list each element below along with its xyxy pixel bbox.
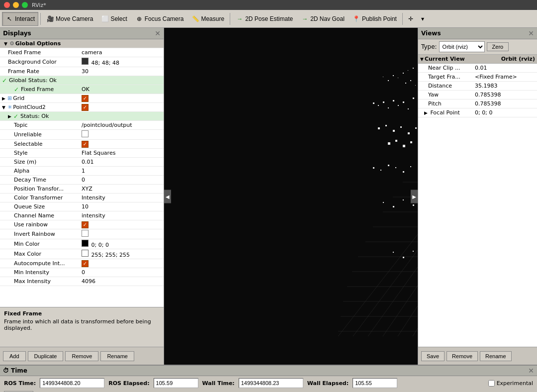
current-view-header[interactable]: ▼ Current View Orbit (rviz): [418, 55, 537, 64]
views-rename-button[interactable]: Rename: [480, 351, 512, 361]
views-header: Views ✕: [418, 28, 537, 39]
size-row[interactable]: Size (m) 0.01: [0, 158, 164, 167]
color-transformer-label: Color Transformer: [0, 194, 80, 201]
autocompute-enabled-checkbox[interactable]: ✓: [82, 260, 89, 267]
use-rainbow-enabled-checkbox[interactable]: ✓: [82, 221, 89, 228]
max-intensity-row[interactable]: Max Intensity 4096: [0, 277, 164, 286]
focus-icon: ⊕: [135, 15, 143, 23]
pointcloud2-label: ▼ ✳ PointCloud2: [0, 103, 80, 111]
minimize-button[interactable]: [13, 2, 19, 8]
topic-row[interactable]: Topic /pointcloud/output: [0, 121, 164, 130]
channel-name-row[interactable]: Channel Name intensity: [0, 211, 164, 220]
min-color-row[interactable]: Min Color 0; 0; 0: [0, 239, 164, 249]
pointcloud2-enabled-checkbox[interactable]: ✓: [82, 104, 89, 111]
global-status-row[interactable]: ✓ Global Status: Ok: [0, 76, 164, 85]
viewport[interactable]: ◀ ▶: [164, 28, 418, 365]
autocompute-row[interactable]: Autocompute Int... ✓: [0, 259, 164, 268]
pose-estimate-button[interactable]: → 2D Pose Estimate: [232, 12, 296, 26]
duplicate-display-button[interactable]: Duplicate: [28, 351, 64, 361]
status-ok-row[interactable]: ▶ ✓ Status: Ok: [0, 112, 164, 121]
time-close-button[interactable]: ✕: [528, 367, 534, 375]
max-color-row[interactable]: Max Color 255; 255; 255: [0, 249, 164, 259]
pitch-row[interactable]: Pitch 0.785398: [418, 99, 537, 108]
scroll-right-button[interactable]: ▶: [411, 190, 418, 203]
alpha-row[interactable]: Alpha 1: [0, 167, 164, 176]
size-label: Size (m): [0, 158, 80, 166]
ros-time-input[interactable]: [40, 378, 104, 388]
grid-row[interactable]: ▶ ⊞ Grid ✓: [0, 94, 164, 103]
move-camera-button[interactable]: 🎥 Move Camera: [43, 12, 96, 26]
focal-point-row[interactable]: ▶ Focal Point 0; 0; 0: [418, 108, 537, 117]
status-ok-label: ▶ ✓ Status: Ok: [0, 112, 80, 120]
fixed-frame-row[interactable]: Fixed Frame camera: [0, 48, 164, 57]
min-intensity-row[interactable]: Min Intensity 0: [0, 268, 164, 277]
distance-row[interactable]: Distance 35.1983: [418, 82, 537, 91]
ros-elapsed-input[interactable]: [154, 378, 198, 388]
select-button[interactable]: ⬜ Select: [97, 12, 130, 26]
global-options-row[interactable]: ▼ ⚙ Global Options: [0, 39, 164, 48]
yaw-row[interactable]: Yaw 0.785398: [418, 91, 537, 99]
views-zero-button[interactable]: Zero: [487, 42, 509, 51]
position-transform-label: Position Transfor...: [0, 185, 80, 193]
svg-rect-123: [403, 257, 404, 258]
near-clip-row[interactable]: Near Clip ... 0.01: [418, 64, 537, 73]
topic-label: Topic: [0, 121, 80, 129]
interact-button[interactable]: ↖ Interact: [2, 12, 38, 26]
target-frame-row[interactable]: Target Fra... <Fixed Frame>: [418, 73, 537, 82]
remove-display-button[interactable]: Remove: [65, 351, 98, 361]
time-panel: ⏱ Time ✕ ROS Time: ROS Elapsed: Wall Tim…: [0, 365, 537, 392]
queue-size-row[interactable]: Queue Size 10: [0, 202, 164, 211]
ros-elapsed-label: ROS Elapsed:: [108, 380, 149, 387]
svg-rect-40: [408, 108, 409, 109]
use-rainbow-row[interactable]: Use rainbow ✓: [0, 220, 164, 229]
selectable-row[interactable]: Selectable ✓: [0, 140, 164, 149]
views-type-select[interactable]: Orbit (rviz) FPS XYOrbit (rviz): [439, 41, 485, 52]
unreliable-enabled-checkbox[interactable]: [82, 130, 89, 137]
wall-elapsed-input[interactable]: [353, 378, 397, 388]
wall-elapsed-label: Wall Elapsed:: [307, 380, 349, 387]
rename-display-button[interactable]: Rename: [100, 351, 134, 361]
style-row[interactable]: Style Flat Squares: [0, 149, 164, 158]
measure-button[interactable]: 📏 Measure: [188, 12, 228, 26]
frame-rate-row[interactable]: Frame Rate 30: [0, 67, 164, 76]
views-save-button[interactable]: Save: [421, 351, 445, 361]
maximize-button[interactable]: [22, 2, 28, 8]
selectable-enabled-checkbox[interactable]: ✓: [82, 141, 89, 148]
viewport-inner[interactable]: ◀ ▶: [164, 28, 418, 365]
decay-time-row[interactable]: Decay Time 0: [0, 176, 164, 185]
add-toolbar-button[interactable]: ✛: [405, 12, 417, 26]
invert-rainbow-enabled-checkbox[interactable]: [82, 230, 89, 237]
add-display-button[interactable]: Add: [3, 351, 26, 361]
svg-rect-33: [373, 102, 374, 104]
nav-goal-button[interactable]: → 2D Nav Goal: [297, 12, 348, 26]
fixed-frame-value: camera: [80, 49, 164, 56]
min-color-swatch: [82, 240, 89, 247]
expand-arrow3: ▼: [2, 105, 5, 110]
views-remove-button[interactable]: Remove: [447, 351, 478, 361]
svg-rect-2: [408, 70, 408, 71]
check-icon3: ✓: [13, 113, 18, 120]
publish-point-button[interactable]: 📍 Publish Point: [349, 12, 400, 26]
close-button[interactable]: [4, 2, 10, 8]
focus-camera-button[interactable]: ⊕ Focus Camera: [132, 12, 187, 26]
position-transform-row[interactable]: Position Transfor... XYZ: [0, 185, 164, 194]
fixed-frame-status-row[interactable]: ✓ Fixed Frame OK: [0, 85, 164, 94]
grid-enabled-checkbox[interactable]: ✓: [82, 95, 89, 102]
color-transformer-row[interactable]: Color Transformer Intensity: [0, 194, 164, 202]
bg-color-row[interactable]: Background Color 48; 48; 48: [0, 57, 164, 67]
check-icon: ✓: [2, 77, 7, 84]
views-close-button[interactable]: ✕: [528, 29, 534, 37]
wall-time-input[interactable]: [239, 378, 303, 388]
menu-button[interactable]: ▾: [418, 12, 428, 26]
alpha-value: 1: [80, 167, 164, 175]
topic-value: /pointcloud/output: [80, 121, 164, 129]
svg-rect-124: [413, 251, 414, 252]
info-title: Fixed Frame: [4, 310, 160, 317]
unreliable-row[interactable]: Unreliable: [0, 130, 164, 140]
scroll-left-button[interactable]: ◀: [164, 190, 171, 203]
invert-rainbow-row[interactable]: Invert Rainbow: [0, 229, 164, 239]
pointcloud2-row[interactable]: ▼ ✳ PointCloud2 ✓: [0, 103, 164, 112]
experimental-checkbox[interactable]: [488, 380, 495, 387]
displays-close-button[interactable]: ✕: [155, 29, 161, 37]
bg-color-value: 48; 48; 48: [80, 57, 164, 67]
